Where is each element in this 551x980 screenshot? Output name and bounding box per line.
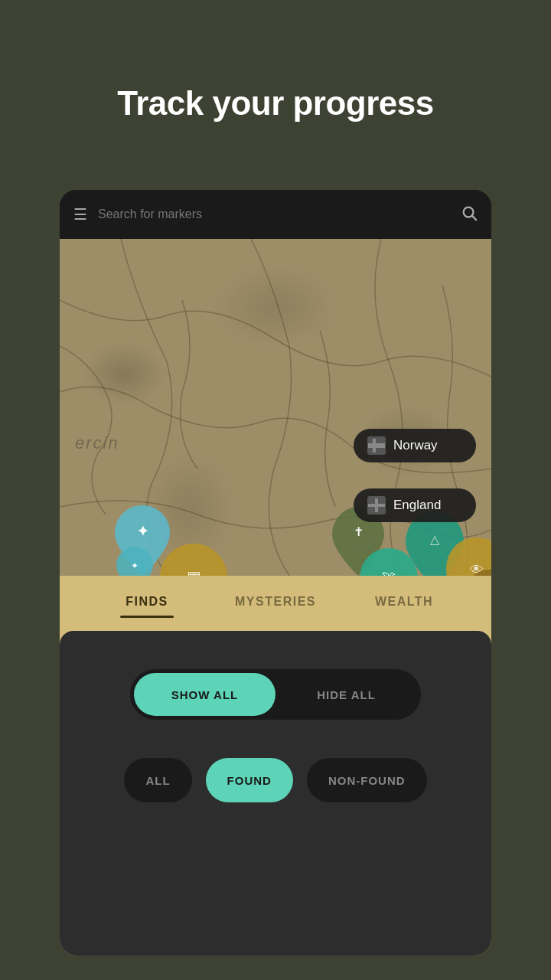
tab-mysteries[interactable]: MYSTERIES bbox=[211, 595, 340, 612]
top-bar: ☰ Search for markers bbox=[60, 190, 491, 239]
tab-wealth[interactable]: WEALTH bbox=[340, 595, 468, 612]
hide-all-button[interactable]: HIDE ALL bbox=[276, 673, 417, 716]
search-icon[interactable] bbox=[461, 204, 478, 225]
search-placeholder: Search for markers bbox=[98, 207, 450, 221]
filter-all-button[interactable]: ALL bbox=[124, 758, 191, 802]
norway-label: Norway bbox=[393, 438, 438, 453]
show-all-button[interactable]: SHOW ALL bbox=[134, 673, 276, 716]
menu-icon[interactable]: ☰ bbox=[73, 207, 87, 222]
content-area: SHOW ALL HIDE ALL ALL FOUND NON-FOUND bbox=[60, 631, 491, 956]
show-hide-toggle: SHOW ALL HIDE ALL bbox=[130, 669, 421, 720]
svg-rect-13 bbox=[368, 443, 385, 448]
svg-text:△: △ bbox=[430, 533, 440, 546]
filter-row: ALL FOUND NON-FOUND bbox=[83, 758, 468, 802]
svg-rect-17 bbox=[375, 498, 378, 512]
svg-text:✦: ✦ bbox=[131, 560, 139, 571]
filter-found-button[interactable]: FOUND bbox=[206, 758, 293, 802]
svg-text:▦: ▦ bbox=[187, 568, 201, 576]
england-label: England bbox=[393, 498, 441, 513]
tab-finds[interactable]: FINDS bbox=[83, 595, 211, 612]
app-card: ☰ Search for markers bbox=[60, 190, 491, 956]
svg-line-1 bbox=[472, 216, 476, 220]
svg-text:✦: ✦ bbox=[137, 524, 148, 539]
map-area[interactable]: ✦ ✦ ▦ ✝ 🕊 bbox=[60, 239, 491, 576]
england-tooltip[interactable]: England bbox=[354, 488, 476, 522]
page-title: Track your progress bbox=[0, 84, 551, 122]
map-label: ercin bbox=[75, 433, 119, 453]
svg-text:✝: ✝ bbox=[354, 525, 364, 538]
tabs-row: FINDS MYSTERIES WEALTH bbox=[60, 576, 491, 631]
norway-flag-icon bbox=[367, 436, 386, 455]
norway-tooltip[interactable]: Norway bbox=[354, 429, 476, 462]
svg-rect-14 bbox=[373, 439, 376, 452]
svg-text:🕊: 🕊 bbox=[382, 570, 396, 576]
filter-non-found-button[interactable]: NON-FOUND bbox=[307, 758, 427, 802]
map-cracks-svg: ✦ ✦ ▦ ✝ 🕊 bbox=[60, 239, 491, 576]
bottom-panel: FINDS MYSTERIES WEALTH SHOW ALL HIDE ALL… bbox=[60, 576, 491, 956]
england-flag-icon bbox=[367, 496, 386, 514]
